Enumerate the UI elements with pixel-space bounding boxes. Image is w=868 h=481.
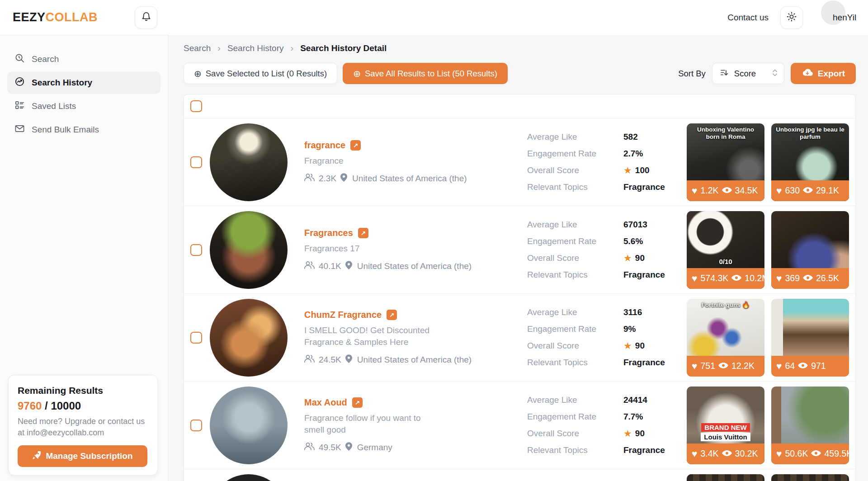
sidebar-item-label: Saved Lists [32, 101, 76, 111]
video-likes: 50.6K [785, 448, 808, 459]
video-likes: 64 [785, 361, 795, 371]
eye-icon [722, 448, 732, 459]
video-likes: 751 [700, 361, 715, 371]
notifications-button[interactable] [135, 6, 157, 29]
follower-count: 2.3K [319, 174, 336, 184]
stat-label: Relevant Topics [527, 358, 623, 368]
video-thumbnails: Fortnite guns 🔥 75112.2K 64971 [687, 299, 849, 377]
video-thumbnail[interactable]: Fortnite guns 🔥 75112.2K [687, 299, 764, 377]
sun-icon [786, 11, 797, 24]
video-thumbnail[interactable]: 64971 [771, 299, 849, 377]
video-thumbnails [687, 474, 849, 481]
influencer-avatar[interactable] [210, 299, 288, 377]
chevron-right-icon [217, 43, 221, 53]
row-checkbox[interactable] [190, 332, 202, 344]
influencer-name[interactable]: fragrance [304, 140, 345, 151]
save-selected-button[interactable]: Save Selected to List (0 Results) [184, 63, 337, 84]
influencer-name[interactable]: Max Aoud [304, 397, 347, 408]
video-stats: 36926.5K [771, 268, 849, 289]
row-checkbox[interactable] [190, 244, 202, 256]
influencer-avatar[interactable] [210, 211, 288, 289]
row-checkbox[interactable] [190, 156, 202, 168]
save-all-button[interactable]: Save All Results to List (50 Results) [343, 63, 508, 84]
contact-us-link[interactable]: Contact us [727, 13, 769, 23]
breadcrumb-search-history[interactable]: Search History [227, 43, 284, 53]
stat-label: Average Like [527, 307, 623, 317]
influencer-bio: I SMELL GOOD! Get Discounted Fragrance &… [304, 325, 440, 348]
location-label: United States of America (the) [357, 355, 472, 365]
eye-icon [722, 185, 732, 196]
lists-icon [14, 100, 25, 113]
average-like-value: 582 [623, 132, 638, 142]
influencer-name[interactable]: ChumZ Fragrance [304, 310, 382, 320]
video-stats: 63029.1K [771, 180, 849, 201]
video-views: 29.1K [816, 185, 839, 196]
username-label: henYil [833, 13, 856, 23]
results-table-header [184, 94, 855, 118]
sidebar-item-search[interactable]: Search [7, 48, 160, 71]
heart-icon [692, 273, 697, 284]
theme-toggle-button[interactable] [780, 6, 803, 29]
influencer-avatar[interactable] [210, 474, 288, 481]
sort-by-label: Sort By [678, 69, 706, 79]
sort-select[interactable]: Score [712, 63, 784, 84]
stat-label: Overall Score [527, 341, 623, 351]
row-checkbox[interactable] [190, 420, 202, 431]
export-button[interactable]: Export [791, 63, 856, 84]
video-thumbnails: Unboxing Valentino born in Roma 1.2K34.5… [687, 123, 849, 201]
video-thumbnail[interactable]: Unboxing Valentino born in Roma 1.2K34.5… [687, 123, 764, 201]
stat-label: Average Like [527, 220, 623, 230]
follower-count: 40.1K [319, 261, 341, 271]
influencer-meta: 24.5K United States of America (the) [304, 354, 527, 365]
followers-icon [304, 354, 315, 365]
user-menu[interactable]: henYil [815, 13, 868, 23]
video-likes: 630 [785, 185, 800, 196]
video-thumbnail[interactable] [687, 474, 764, 481]
stat-label: Engagement Rate [527, 236, 623, 246]
video-views: 30.2K [735, 448, 758, 459]
sidebar-item-label: Search History [32, 78, 92, 88]
stat-label: Relevant Topics [527, 445, 623, 455]
sidebar-item-search-history[interactable]: Search History [7, 71, 160, 94]
manage-subscription-button[interactable]: Manage Subscription [18, 445, 147, 467]
influencer-info: Max Aoud Fragrance follow if you want to… [304, 397, 527, 453]
video-views: 459.5K [824, 448, 849, 459]
sidebar-item-send-bulk-emails[interactable]: Send Bulk Emails [7, 118, 160, 141]
video-thumbnail[interactable] [771, 474, 849, 481]
influencer-bio: Fragrance [304, 155, 499, 167]
video-caption: Fortnite guns 🔥 [690, 302, 761, 309]
external-link-icon[interactable] [358, 228, 368, 238]
manage-subscription-label: Manage Subscription [46, 451, 132, 461]
influencer-name[interactable]: Fragrances [304, 228, 353, 238]
sidebar-item-saved-lists[interactable]: Saved Lists [7, 95, 160, 118]
influencer-info: Fragrances Fragrances 17 40.1K United St… [304, 228, 527, 272]
followers-icon [304, 261, 315, 271]
influencer-row: Max Aoud Fragrance follow if you want to… [184, 382, 855, 469]
video-views: 12.2K [731, 361, 755, 371]
top-header: EEZYCOLLAB Contact us henYil [0, 0, 868, 35]
video-thumbnail[interactable]: 0/10 574.3K10.2M [687, 211, 764, 289]
location-label: United States of America (the) [352, 174, 467, 184]
breadcrumb-search[interactable]: Search [184, 43, 211, 53]
toolbar: Save Selected to List (0 Results) Save A… [184, 63, 856, 84]
select-all-checkbox[interactable] [190, 100, 202, 112]
video-thumbnail[interactable]: BRAND NEW Louis Vuitton 3.4K30.2K [687, 387, 764, 464]
influencer-avatar[interactable] [210, 123, 288, 201]
rocket-icon [32, 451, 41, 462]
video-thumbnail[interactable]: Unboxing jpg le beau le parfum 63029.1K [771, 123, 849, 201]
stat-label: Engagement Rate [527, 412, 623, 422]
influencer-stats: Average Like3116 Engagement Rate9% Overa… [527, 304, 686, 371]
influencer-avatar[interactable] [210, 387, 288, 464]
followers-icon [304, 442, 315, 453]
video-thumbnail[interactable]: 36926.5K [771, 211, 849, 289]
breadcrumb: Search Search History Search History Det… [184, 43, 856, 53]
heart-icon [692, 448, 697, 459]
export-label: Export [818, 69, 845, 79]
external-link-icon[interactable] [387, 310, 397, 320]
remaining-results-title: Remaining Results [18, 385, 148, 396]
video-thumbnail[interactable]: 50.6K459.5K [771, 387, 849, 464]
results-separator: / [42, 400, 51, 412]
external-link-icon[interactable] [352, 397, 363, 408]
relevant-topics-value: Fragrance [623, 182, 665, 192]
external-link-icon[interactable] [350, 140, 361, 151]
